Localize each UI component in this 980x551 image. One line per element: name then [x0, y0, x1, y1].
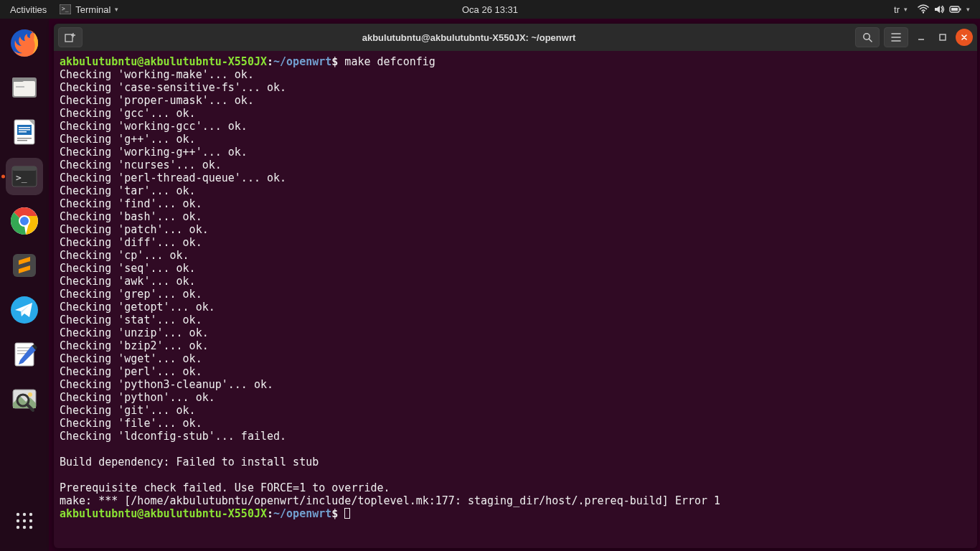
dock-app-chrome[interactable]: [6, 202, 43, 240]
svg-rect-10: [16, 86, 24, 88]
chevron-down-icon: ▾: [904, 6, 908, 13]
telegram-icon: [9, 294, 40, 326]
svg-rect-14: [19, 129, 30, 131]
menu-button[interactable]: [884, 27, 908, 47]
svg-point-38: [17, 526, 19, 529]
search-icon: [862, 32, 872, 42]
terminal-icon: >_: [9, 161, 40, 192]
chevron-down-icon: ▾: [115, 6, 118, 13]
libreoffice-writer-icon: [9, 116, 40, 148]
svg-text:>_: >_: [16, 172, 27, 183]
window-title: akbulutubntu@akbulutubntu-X550JX: ~/open…: [87, 32, 851, 43]
svg-point-2: [923, 11, 924, 13]
svg-rect-13: [19, 127, 30, 128]
dock-app-terminal[interactable]: >_: [6, 158, 43, 195]
ubuntu-dock: >_: [0, 19, 49, 551]
battery-icon: [949, 5, 962, 14]
volume-icon: [933, 4, 945, 14]
firefox-icon: [9, 27, 40, 59]
new-tab-button[interactable]: [58, 27, 83, 47]
window-titlebar: akbulutubntu@akbulutubntu-X550JX: ~/open…: [54, 24, 977, 51]
activities-button[interactable]: Activities: [10, 4, 47, 15]
terminal-window: akbulutubntu@akbulutubntu-X550JX: ~/open…: [54, 24, 977, 548]
svg-point-37: [29, 519, 32, 522]
files-icon: [9, 72, 40, 103]
svg-rect-8: [14, 81, 35, 96]
svg-point-40: [29, 526, 32, 529]
svg-point-39: [23, 526, 26, 529]
dock-app-files[interactable]: [6, 69, 43, 106]
svg-rect-26: [17, 347, 32, 349]
svg-rect-4: [960, 9, 961, 11]
svg-point-34: [29, 513, 32, 516]
keyboard-layout-indicator[interactable]: tr ▾: [894, 4, 908, 15]
maximize-button[interactable]: [934, 29, 951, 46]
svg-rect-43: [940, 34, 946, 40]
svg-point-30: [28, 392, 32, 397]
clock-text: Oca 26 13:31: [462, 4, 518, 15]
apps-grid-icon: [15, 512, 34, 530]
app-menu-label: Terminal: [75, 4, 110, 15]
running-indicator: [1, 175, 5, 179]
show-applications-button[interactable]: [7, 504, 42, 538]
keyboard-layout-label: tr: [894, 4, 900, 15]
maximize-icon: [938, 33, 947, 42]
svg-rect-15: [19, 131, 27, 133]
svg-point-22: [19, 216, 29, 226]
svg-rect-16: [17, 138, 32, 139]
terminal-content[interactable]: akbulutubntu@akbulutubntu-X550JX:~/openw…: [54, 51, 977, 548]
magnifier-icon: [9, 383, 40, 415]
svg-point-35: [17, 519, 19, 522]
close-icon: [960, 33, 969, 42]
gnome-top-panel: Activities >_ Terminal ▾ Oca 26 13:31 tr…: [0, 0, 980, 19]
wifi-icon: [918, 4, 929, 14]
terminal-menu-icon: >_: [60, 4, 71, 14]
svg-text:>_: >_: [62, 6, 69, 12]
svg-rect-19: [12, 166, 37, 171]
svg-point-32: [17, 513, 19, 516]
dock-app-image-viewer[interactable]: [6, 380, 43, 418]
dock-app-telegram[interactable]: [6, 291, 43, 329]
dock-app-firefox[interactable]: [6, 24, 43, 62]
svg-point-33: [23, 513, 26, 516]
svg-point-36: [23, 519, 26, 522]
search-button[interactable]: [855, 27, 880, 47]
chrome-icon: [9, 205, 40, 237]
chevron-down-icon: ▾: [966, 6, 970, 13]
minimize-button[interactable]: [913, 29, 930, 46]
activities-label: Activities: [10, 4, 47, 15]
clock[interactable]: Oca 26 13:31: [462, 4, 518, 15]
hamburger-icon: [891, 33, 901, 42]
svg-rect-23: [13, 254, 36, 277]
svg-rect-5: [951, 8, 958, 11]
close-button[interactable]: [956, 29, 973, 46]
minimize-icon: [917, 33, 925, 42]
svg-rect-17: [17, 140, 27, 141]
dock-app-writer[interactable]: [6, 113, 43, 151]
svg-rect-9: [12, 77, 24, 82]
sublime-icon: [9, 250, 40, 281]
app-menu[interactable]: >_ Terminal ▾: [60, 4, 118, 15]
new-tab-icon: [65, 32, 76, 42]
dock-app-sublime[interactable]: [6, 247, 43, 284]
system-status-area[interactable]: ▾: [918, 4, 970, 14]
xournal-icon: [9, 339, 40, 370]
dock-app-xournal[interactable]: [6, 336, 43, 373]
